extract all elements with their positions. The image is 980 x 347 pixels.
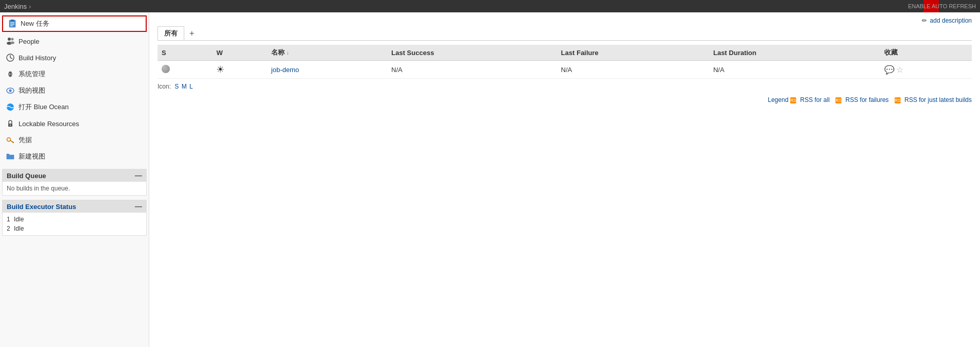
- jobs-table-body: ☀ job-demo N/A N/A N/A 💬: [157, 61, 972, 79]
- add-view-button[interactable]: +: [185, 28, 198, 39]
- rss-icon-failures: RSS: [835, 97, 842, 103]
- tab-all[interactable]: 所有: [157, 26, 184, 40]
- executor-item-1: 1 Idle: [7, 215, 142, 224]
- main-content: ✏ add description 所有 + S W 名称 ↓ Last Suc…: [149, 12, 980, 347]
- icon-size-m-link[interactable]: M: [182, 83, 187, 90]
- folder-icon: [5, 151, 15, 162]
- sidebar-myview-label: 我的视图: [19, 86, 45, 95]
- lock-icon: [5, 118, 15, 129]
- col-last-success: Last Success: [387, 45, 557, 61]
- col-last-duration: Last Duration: [709, 45, 880, 61]
- executor-2-number: 2: [7, 225, 10, 232]
- pencil-icon: ✏: [922, 17, 927, 24]
- rss-failures-link[interactable]: RSS for failures: [846, 96, 889, 103]
- jobs-table-head: S W 名称 ↓ Last Success Last Failure Last …: [157, 45, 972, 61]
- table-row: ☀ job-demo N/A N/A N/A 💬: [157, 61, 972, 79]
- sidebar-item-people[interactable]: People: [0, 33, 149, 49]
- sidebar-sysmanage-label: 系统管理: [19, 70, 45, 79]
- col-s: S: [157, 45, 212, 61]
- rss-latest-link[interactable]: RSS for just latest builds: [904, 96, 972, 103]
- row-last-duration-value: N/A: [713, 66, 725, 74]
- bubble-icon[interactable]: 💬: [884, 65, 895, 74]
- build-executor-minimize[interactable]: —: [135, 202, 142, 211]
- clock-icon: [5, 53, 15, 63]
- sort-arrow-name: ↓: [286, 50, 289, 56]
- ocean-icon: [5, 102, 15, 112]
- rss-all-link[interactable]: RSS for all: [800, 96, 830, 103]
- row-last-failure-value: N/A: [561, 66, 572, 74]
- sidebar-item-system-manage[interactable]: 系统管理: [0, 66, 149, 82]
- col-last-failure: Last Failure: [557, 45, 709, 61]
- col-name[interactable]: 名称 ↓: [267, 45, 387, 61]
- build-queue-title: Build Queue: [7, 172, 46, 180]
- col-w: W: [212, 45, 267, 61]
- build-executor-header: Build Executor Status —: [3, 200, 146, 213]
- job-demo-link[interactable]: job-demo: [271, 66, 299, 74]
- layout: New 任务 People B: [0, 12, 980, 347]
- sidebar-item-new-view[interactable]: 新建视图: [0, 148, 149, 165]
- row-last-duration-cell: N/A: [709, 61, 880, 79]
- enable-auto-refresh-link[interactable]: ENABLE AUTO REFRESH: [908, 3, 976, 9]
- build-executor-title[interactable]: Build Executor Status: [7, 203, 76, 211]
- col-last-failure-label: Last Failure: [561, 49, 599, 57]
- sidebar-item-build-history[interactable]: Build History: [0, 49, 149, 66]
- svg-point-14: [9, 90, 12, 92]
- svg-line-11: [10, 58, 12, 59]
- topbar-arrow: ›: [29, 3, 31, 10]
- jobs-table: S W 名称 ↓ Last Success Last Failure Last …: [157, 45, 972, 79]
- add-description-link[interactable]: add description: [930, 17, 972, 24]
- star-icon[interactable]: ☆: [896, 65, 903, 74]
- build-queue-panel: Build Queue — No builds in the queue.: [2, 169, 147, 196]
- col-name-label: 名称: [271, 48, 285, 56]
- rss-icon-all: RSS: [790, 97, 796, 103]
- icon-legend: Icon: S M L: [157, 83, 972, 90]
- svg-point-8: [10, 42, 14, 44]
- sidebar-item-credentials[interactable]: 凭据: [0, 132, 149, 148]
- topbar: Jenkins › ENABLE AUTO REFRESH: [0, 0, 980, 12]
- sidebar-item-blue-ocean[interactable]: 打开 Blue Ocean: [0, 99, 149, 115]
- sidebar-newview-label: 新建视图: [19, 152, 45, 161]
- col-w-label: W: [216, 49, 222, 57]
- tab-all-label: 所有: [164, 29, 178, 37]
- icon-size-l-link[interactable]: L: [189, 83, 193, 90]
- svg-point-7: [11, 38, 14, 41]
- col-s-label: S: [162, 49, 166, 57]
- status-ball-grey-icon: [162, 65, 170, 73]
- build-queue-content: No builds in the queue.: [3, 182, 146, 195]
- executor-item-2: 2 Idle: [7, 224, 142, 233]
- jobs-table-header-row: S W 名称 ↓ Last Success Last Failure Last …: [157, 45, 972, 61]
- executor-list: 1 Idle 2 Idle: [3, 213, 146, 235]
- row-last-success-value: N/A: [391, 66, 402, 74]
- executor-1-number: 1: [7, 216, 10, 223]
- sidebar-item-my-view[interactable]: 我的视图: [0, 82, 149, 99]
- build-executor-panel: Build Executor Status — 1 Idle 2 Idle: [2, 200, 147, 236]
- col-last-success-label: Last Success: [391, 49, 434, 57]
- sidebar-blueocean-label: 打开 Blue Ocean: [19, 102, 69, 112]
- build-queue-minimize[interactable]: —: [135, 171, 142, 180]
- col-last-duration-label: Last Duration: [713, 49, 757, 57]
- executor-1-status: Idle: [14, 216, 24, 223]
- gear-icon: [5, 69, 15, 79]
- row-status-cell: [157, 61, 212, 79]
- jenkins-title: Jenkins: [4, 3, 27, 10]
- sidebar-build-history-label: Build History: [19, 54, 56, 62]
- build-queue-empty-message: No builds in the queue.: [7, 185, 70, 192]
- my-view-icon: [5, 85, 15, 96]
- sidebar-credentials-label: 凭据: [19, 135, 32, 145]
- view-tabs: 所有 +: [157, 26, 972, 41]
- legend-link[interactable]: Legend: [768, 96, 789, 103]
- icon-size-s-link[interactable]: S: [174, 83, 179, 90]
- row-name-cell: job-demo: [267, 61, 387, 79]
- row-last-success-cell: N/A: [387, 61, 557, 79]
- sidebar-item-lockable[interactable]: Lockable Resources: [0, 115, 149, 132]
- weather-sunny-icon: ☀: [216, 64, 224, 75]
- footer-links: Legend RSS RSS for all RSS RSS for failu…: [157, 96, 972, 103]
- svg-rect-1: [11, 20, 14, 21]
- key-icon: [5, 135, 15, 145]
- col-favorites: 收藏: [880, 45, 972, 61]
- sidebar: New 任务 People B: [0, 12, 149, 347]
- executor-2-status: Idle: [14, 225, 24, 232]
- svg-point-18: [7, 138, 11, 142]
- new-task-button[interactable]: New 任务: [2, 15, 147, 32]
- col-favorites-label: 收藏: [884, 48, 898, 56]
